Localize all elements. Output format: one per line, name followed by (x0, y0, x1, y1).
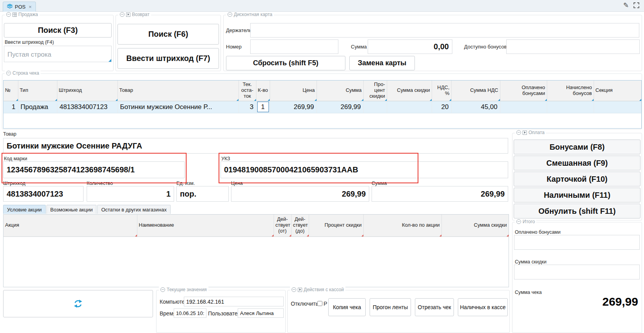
panel-arrow-icon (298, 288, 302, 292)
collapse-icon[interactable] (160, 287, 165, 292)
tab-promo-possible[interactable]: Возможные акции (46, 205, 97, 214)
receipt-row[interactable]: 1 Продажа 4813834007123 Ботинки мужские … (4, 101, 641, 113)
sort-icon (361, 99, 363, 101)
computer-input[interactable] (184, 297, 284, 306)
collapse-icon[interactable] (6, 12, 11, 17)
paid-bonus-input[interactable] (514, 235, 640, 250)
collapse-icon[interactable] (516, 130, 521, 135)
promo-tabstrip: Условие акции Возможные акции Остатки в … (3, 205, 171, 214)
payment-panel-header: Оплата (515, 130, 546, 135)
column-header-discount-sum[interactable]: Сумма скидки (441, 215, 509, 236)
total-discount-input[interactable] (514, 265, 640, 279)
tab-close-icon[interactable]: × (28, 4, 32, 10)
sale-barcode-input[interactable] (4, 46, 112, 62)
column-header-section[interactable]: Секция (594, 81, 641, 101)
sale-panel-title: Продажа (18, 12, 38, 17)
column-header-name[interactable]: Наименование (137, 215, 274, 236)
fullscreen-icon[interactable] (633, 2, 639, 8)
disconnect-checkbox[interactable] (317, 301, 322, 306)
column-header-price[interactable]: Цена (270, 81, 317, 101)
paid-bonus-label: Оплачено бонусами (515, 229, 560, 235)
column-header-type[interactable]: Тип (18, 81, 57, 101)
user-input[interactable] (238, 308, 284, 318)
mark-code-input[interactable] (3, 161, 185, 178)
return-search-button[interactable]: Поиск (F6) (117, 24, 219, 45)
column-header-discount-percent[interactable]: Процент скидки (309, 215, 363, 236)
column-header-sum[interactable]: Сумма (317, 81, 363, 101)
cell-section (594, 101, 641, 113)
column-header-qty[interactable]: К-во (256, 81, 270, 101)
return-panel: Возврат Поиск (F6) Ввести штрихкод (F7) (116, 15, 221, 71)
feed-paper-button[interactable]: Прогон ленты (370, 298, 411, 316)
replace-card-button[interactable]: Замена карты (349, 56, 415, 70)
panel-arrow-icon (126, 13, 130, 17)
cut-receipt-button[interactable]: Отрезать чек (415, 298, 454, 316)
sort-icon (315, 99, 317, 101)
column-header-vat[interactable]: НДС, % (432, 81, 451, 101)
collapse-icon[interactable] (516, 219, 521, 224)
sort-icon (639, 99, 641, 101)
cell-qty[interactable]: 1 (256, 101, 270, 113)
sort-icon (289, 235, 291, 236)
sale-panel: Продажа Поиск (F3) Ввести штрихкод (F4) (2, 15, 114, 71)
pay-mixed-button[interactable]: Смешанная (F9) (514, 156, 640, 170)
pay-bonus-button[interactable]: Бонусами (F8) (514, 140, 640, 154)
column-header-product[interactable]: Товар (117, 81, 238, 101)
receipt-copy-button[interactable]: Копия чека (328, 298, 366, 316)
card-bonus-input[interactable] (506, 39, 640, 54)
cash-in-drawer-button[interactable]: Наличных в кассе (458, 298, 508, 316)
product-name-input[interactable] (3, 138, 508, 154)
product-sum-input[interactable] (372, 186, 508, 202)
tab-pos[interactable]: POS × (3, 2, 36, 12)
column-header-promo-qty[interactable]: Кол-во по акции (363, 215, 441, 236)
product-qty-input[interactable] (87, 186, 174, 202)
cell-barcode: 4813834007123 (57, 101, 117, 113)
pay-reset-button[interactable]: Обнулить (shift F11) (514, 204, 640, 218)
column-header-barcode[interactable]: Штрихкод (57, 81, 117, 101)
product-price-label: Цена (231, 181, 243, 186)
edit-icon[interactable]: ✎ (623, 2, 629, 9)
ukz-label: УКЗ (221, 156, 230, 161)
column-header-valid-to[interactable]: Дей-ствует (до) (291, 215, 309, 236)
reset-card-button[interactable]: Сбросить (shift F5) (226, 56, 345, 70)
cell-accrued-bonus (547, 101, 594, 113)
column-header-accrued-bonus[interactable]: Начислено бонусов (547, 81, 594, 101)
collapse-icon[interactable] (120, 12, 125, 17)
column-header-discount-sum[interactable]: Сумма скидки (387, 81, 432, 101)
column-header-vat-sum[interactable]: Сумма НДС (451, 81, 500, 101)
column-header-num[interactable]: № (4, 81, 18, 101)
ukz-input[interactable] (221, 161, 508, 178)
sort-icon (116, 99, 117, 101)
collapse-icon[interactable] (228, 12, 232, 17)
holder-input[interactable] (250, 23, 639, 38)
pay-cash-button[interactable]: Наличными (F11) (514, 188, 640, 202)
time-input[interactable] (174, 308, 206, 318)
product-barcode-input[interactable] (3, 186, 84, 202)
cash-actions-panel: Действия с кассой Отключить Р Копия чека… (287, 290, 510, 333)
tab-promo-other-stores[interactable]: Остатки в других магазинах (97, 205, 171, 214)
card-sum-input[interactable] (368, 39, 452, 54)
product-price-input[interactable] (231, 186, 369, 202)
return-barcode-button[interactable]: Ввести штрихкод (F7) (117, 48, 219, 69)
pay-card-button[interactable]: Карточкой (F10) (514, 172, 640, 186)
payment-panel: Оплата Бонусами (F8) Смешанная (F9) Карт… (512, 133, 642, 220)
qty-edit-cell[interactable]: 1 (257, 102, 269, 112)
sale-panel-header: Продажа (5, 12, 39, 17)
collapse-icon[interactable] (292, 287, 296, 292)
sort-icon (385, 99, 387, 101)
column-header-valid-from[interactable]: Дей-ствует (от) (274, 215, 291, 236)
panel-arrow-icon (523, 131, 527, 135)
sort-icon (449, 99, 451, 101)
column-header-discount-percent[interactable]: Про-цент скидки (363, 81, 387, 101)
column-header-paid-bonus[interactable]: Оплачено бонусами (500, 81, 547, 101)
sale-search-button[interactable]: Поиск (F3) (4, 23, 112, 38)
refresh-button[interactable] (3, 290, 153, 317)
card-number-input[interactable] (250, 39, 338, 54)
tab-promo-conditions[interactable]: Условие акции (3, 205, 46, 214)
column-header-stock[interactable]: Тек. оста-ток (238, 81, 256, 101)
product-unit-input[interactable] (176, 186, 229, 202)
collapse-icon[interactable] (6, 71, 11, 75)
product-sum-label: Сумма (372, 181, 387, 186)
autocomplete-grip-icon (109, 59, 111, 62)
column-header-promo[interactable]: Акция (4, 215, 137, 236)
